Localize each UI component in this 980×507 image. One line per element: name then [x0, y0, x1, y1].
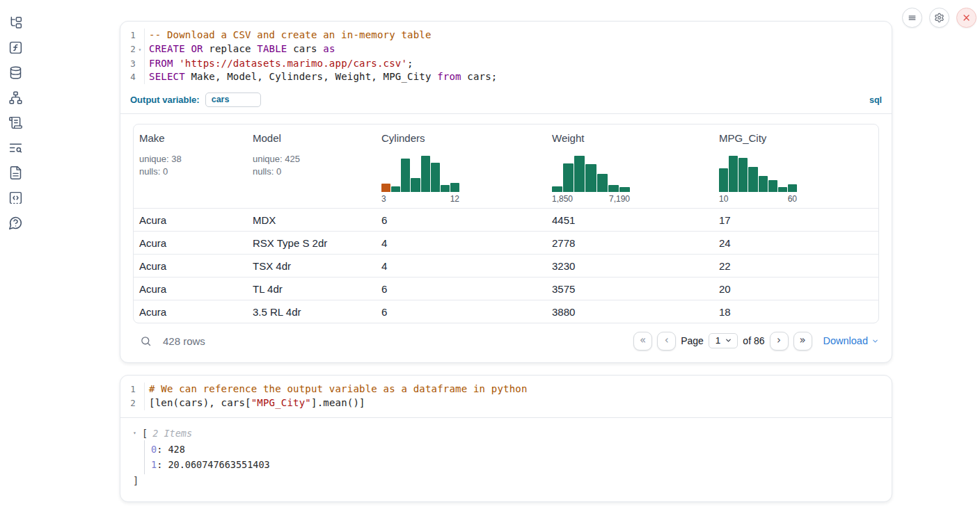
table-cell[interactable]: 4451 — [546, 214, 713, 226]
fold-chevron-icon[interactable]: ▾ — [136, 42, 145, 57]
table-cell[interactable]: 3.5 RL 4dr — [247, 306, 376, 318]
table-cell[interactable]: 3575 — [546, 283, 713, 295]
histogram-axis: 1,8507,190 — [552, 194, 630, 204]
table-cell[interactable]: 4 — [376, 237, 546, 249]
documentation-icon[interactable] — [8, 166, 23, 180]
column-header-make[interactable]: Makeunique: 38nulls: 0 — [134, 124, 247, 208]
column-header-weight[interactable]: Weight1,8507,190 — [546, 124, 713, 208]
table-cell[interactable]: RSX Type S 2dr — [247, 237, 376, 249]
table-cell[interactable]: 17 — [713, 214, 878, 226]
histogram-bar[interactable] — [729, 156, 738, 192]
functions-icon[interactable] — [8, 40, 23, 55]
histogram-bar[interactable] — [563, 163, 574, 192]
table-cell[interactable]: 4 — [376, 260, 546, 272]
help-icon[interactable] — [8, 216, 23, 230]
gear-icon — [934, 13, 945, 23]
histogram-bar[interactable] — [597, 174, 608, 192]
table-cell[interactable]: 6 — [376, 214, 546, 226]
table-cell[interactable]: 20 — [713, 283, 878, 295]
code-line[interactable]: 2▾CREATE OR replace TABLE cars as — [120, 42, 892, 57]
code-line[interactable]: 4SELECT Make, Model, Cylinders, Weight, … — [120, 70, 892, 84]
column-label: Make — [139, 132, 242, 144]
settings-button[interactable] — [929, 8, 949, 28]
table-cell[interactable]: 18 — [713, 306, 878, 318]
table-cell[interactable]: 3230 — [546, 260, 713, 272]
histogram-bar[interactable] — [738, 158, 748, 192]
last-page-button[interactable]: » — [793, 332, 812, 351]
histogram-bar[interactable] — [574, 156, 585, 192]
first-page-button[interactable]: « — [633, 332, 652, 351]
table-cell[interactable]: TSX 4dr — [247, 260, 376, 272]
table-row[interactable]: Acura3.5 RL 4dr6388018 — [134, 300, 878, 323]
histogram-bar[interactable] — [411, 178, 420, 192]
snippets-icon[interactable] — [8, 191, 23, 205]
code-line[interactable]: 2[len(cars), cars["MPG_City"].mean()] — [120, 396, 892, 410]
page-select[interactable]: 1 — [709, 333, 738, 348]
page-select-value: 1 — [716, 335, 721, 346]
table-cell[interactable]: 24 — [713, 237, 878, 249]
download-button[interactable]: Download — [823, 335, 880, 346]
code-line[interactable]: 3FROM 'https://datasets.marimo.app/cars.… — [120, 57, 892, 71]
code-text: -- Download a CSV and create an in-memor… — [145, 29, 432, 42]
histogram-bar[interactable] — [619, 187, 630, 192]
search-icon[interactable] — [140, 335, 152, 347]
table-cell[interactable]: 6 — [376, 306, 546, 318]
table-row[interactable]: AcuraRSX Type S 2dr4277824 — [134, 231, 878, 254]
table-cell[interactable]: 6 — [376, 283, 546, 295]
table-cell[interactable]: Acura — [134, 306, 247, 318]
column-label: Cylinders — [381, 132, 541, 144]
datasources-icon[interactable] — [8, 65, 23, 80]
histogram-bar[interactable] — [431, 163, 440, 192]
histogram-bar[interactable] — [391, 186, 400, 192]
file-tree-icon[interactable] — [8, 15, 23, 30]
histogram-bar[interactable] — [441, 185, 450, 192]
histogram-bar[interactable] — [759, 176, 768, 192]
histogram-bar[interactable] — [748, 167, 757, 192]
prev-page-button[interactable]: ‹ — [657, 332, 676, 351]
output-variable-label: Output variable: — [130, 95, 200, 105]
dependency-graph-icon[interactable] — [8, 90, 23, 105]
table-cell[interactable]: 2778 — [546, 237, 713, 249]
table-cell[interactable]: Acura — [134, 214, 247, 226]
scratchpad-icon[interactable] — [8, 115, 23, 130]
histogram-bar[interactable] — [585, 164, 596, 192]
histogram-bar[interactable] — [778, 187, 787, 192]
histogram-bar[interactable] — [719, 168, 728, 192]
table-row[interactable]: AcuraTSX 4dr4323022 — [134, 254, 878, 277]
python-code-editor[interactable]: 1# We can reference the output variable … — [120, 376, 892, 417]
table-row[interactable]: AcuraTL 4dr6357520 — [134, 277, 878, 300]
table-cell[interactable]: MDX — [247, 214, 376, 226]
items-count: 2 Items — [152, 426, 192, 440]
histogram-bar[interactable] — [450, 183, 459, 192]
shutdown-button[interactable] — [956, 8, 977, 28]
menu-button[interactable] — [902, 8, 922, 28]
table-cell[interactable]: TL 4dr — [247, 283, 376, 295]
histogram-bar[interactable] — [401, 159, 410, 192]
collapse-icon[interactable]: ▾ — [133, 426, 142, 440]
column-header-mpg_city[interactable]: MPG_City1060 — [713, 124, 878, 208]
histogram-bar[interactable] — [608, 185, 619, 192]
table-cell[interactable]: 22 — [713, 260, 878, 272]
logs-search-icon[interactable] — [8, 140, 23, 155]
histogram-bar[interactable] — [552, 186, 562, 192]
chevron-down-icon — [871, 337, 879, 345]
histogram-bar[interactable] — [421, 156, 430, 192]
code-line[interactable]: 1-- Download a CSV and create an in-memo… — [120, 29, 892, 42]
output-variable-input[interactable]: cars — [205, 92, 261, 107]
sql-code-editor[interactable]: 1-- Download a CSV and create an in-memo… — [120, 22, 892, 91]
table-cell[interactable]: Acura — [134, 260, 247, 272]
table-cell[interactable]: 3880 — [546, 306, 713, 318]
column-header-model[interactable]: Modelunique: 425nulls: 0 — [247, 124, 376, 208]
histogram-bar[interactable] — [381, 184, 390, 192]
histogram-bar[interactable] — [788, 184, 797, 192]
next-page-button[interactable]: › — [770, 332, 789, 351]
table-row[interactable]: AcuraMDX6445117 — [134, 208, 878, 231]
table-cell[interactable]: Acura — [134, 237, 247, 249]
chevron-down-icon — [725, 337, 732, 344]
code-line[interactable]: 1# We can reference the output variable … — [120, 383, 892, 396]
sql-cell: 1-- Download a CSV and create an in-memo… — [120, 21, 892, 363]
table-cell[interactable]: Acura — [134, 283, 247, 295]
gutter-spacer — [136, 396, 145, 410]
histogram-bar[interactable] — [768, 180, 777, 192]
column-header-cylinders[interactable]: Cylinders312 — [376, 124, 546, 208]
